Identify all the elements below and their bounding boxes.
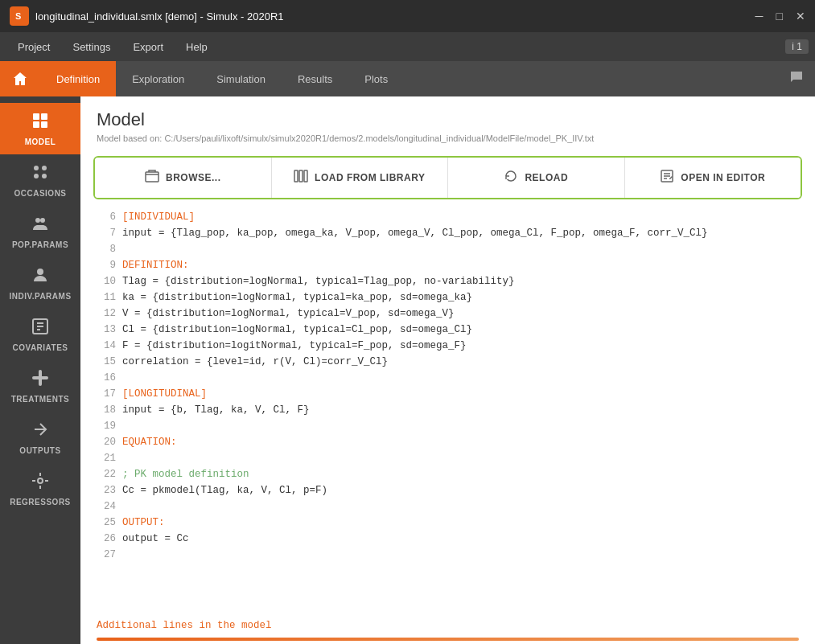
outputs-icon [31,420,50,443]
library-icon [294,169,308,187]
tab-definition[interactable]: Definition [40,61,116,96]
menubar: Project Settings Export Help i 1 [0,32,815,61]
code-line: 18 input = {b, Tlag, ka, V, Cl, F} [97,402,799,418]
code-editor[interactable]: 6 [INDIVIDUAL] 7 input = {Tlag_pop, ka_p… [80,209,815,613]
code-line: 8 [97,241,799,257]
svg-point-7 [42,166,47,170]
reload-label: RELOAD [525,172,568,183]
indivparams-icon [31,265,50,289]
tab-simulation[interactable]: Simulation [200,61,282,96]
editor-icon [660,169,674,187]
sidebar-item-outputs-label: OUTPUTS [19,446,60,455]
svg-rect-4 [33,121,39,128]
browse-label: BROWSE... [166,172,221,183]
sidebar-item-treatments[interactable]: TREATMENTS [0,360,80,412]
open-editor-label: OPEN IN EDITOR [681,172,765,183]
menu-help[interactable]: Help [175,36,219,58]
additional-lines-link[interactable]: Additional lines in the model [80,613,815,638]
model-path: Model based on: C:/Users/pauli/lixoft/si… [97,133,799,143]
main-layout: MODEL OCCASIONS POP.PARAMS INDIV.PARAMS … [0,96,815,644]
code-line: 27 [97,547,799,563]
occasions-icon [31,162,50,186]
content-area: Model Model based on: C:/Users/pauli/lix… [80,96,815,644]
svg-point-8 [34,174,39,178]
code-line: 21 [97,450,799,466]
svg-point-10 [35,218,40,223]
bottom-accent-line [97,638,799,641]
svg-rect-21 [294,170,298,182]
sidebar-item-covariates[interactable]: COVARIATES [0,309,80,360]
popparams-icon [31,214,50,237]
code-line: 7 input = {Tlag_pop, ka_pop, omega_ka, V… [97,225,799,241]
code-line: 19 [97,418,799,434]
code-line: 17 [LONGITUDINAL] [97,386,799,402]
svg-rect-23 [304,170,307,182]
close-button[interactable]: ✕ [796,10,805,23]
action-bar: BROWSE... LOAD FROM LIBRARY RELOAD OPEN … [93,156,802,199]
svg-rect-5 [41,121,47,128]
code-line: 13 Cl = {distribution=logNormal, typical… [97,322,799,338]
svg-rect-3 [41,113,47,120]
code-line: 9 DEFINITION: [97,257,799,273]
sidebar-item-indivparams-label: INDIV.PARAMS [9,292,71,301]
browse-icon [145,169,159,187]
menu-settings[interactable]: Settings [61,36,121,58]
sidebar-item-treatments-label: TREATMENTS [11,395,70,404]
covariates-icon [31,317,50,340]
maximize-button[interactable]: □ [776,10,783,23]
sidebar-item-regressors-label: REGRESSORS [10,498,71,507]
sidebar-item-popparams[interactable]: POP.PARAMS [0,206,80,257]
home-button[interactable] [0,61,40,96]
open-editor-button[interactable]: OPEN IN EDITOR [625,158,801,198]
svg-rect-2 [33,113,39,120]
browse-button[interactable]: BROWSE... [95,158,272,198]
sidebar-item-indivparams[interactable]: INDIV.PARAMS [0,257,80,309]
code-line: 14 F = {distribution=logitNormal, typica… [97,338,799,354]
model-icon [31,111,50,134]
menu-export[interactable]: Export [121,36,175,58]
svg-rect-22 [299,170,303,182]
sidebar-item-occasions[interactable]: OCCASIONS [0,154,80,206]
svg-point-9 [42,174,47,178]
code-line: 10 Tlag = {distribution=logNormal, typic… [97,273,799,289]
sidebar-item-popparams-label: POP.PARAMS [12,240,68,249]
sidebar-item-outputs[interactable]: OUTPUTS [0,412,80,463]
sidebar-item-occasions-label: OCCASIONS [14,189,66,198]
sidebar-item-regressors[interactable]: REGRESSORS [0,463,80,515]
code-line: 24 [97,498,799,515]
tab-exploration[interactable]: Exploration [116,61,200,96]
tab-results[interactable]: Results [282,61,348,96]
window-controls: ─ □ ✕ [755,10,805,23]
reload-button[interactable]: RELOAD [448,158,625,198]
regressors-icon [31,471,50,494]
treatments-icon [31,368,50,392]
code-line: 15 correlation = {level=id, r(V, Cl)=cor… [97,354,799,370]
code-line: 20 EQUATION: [97,434,799,450]
app-logo: S [10,6,29,26]
sidebar-item-model-label: MODEL [25,137,56,146]
load-library-button[interactable]: LOAD FROM LIBRARY [272,158,449,198]
reload-icon [504,169,518,187]
chat-icon[interactable] [788,68,805,90]
minimize-button[interactable]: ─ [755,10,764,23]
menu-project[interactable]: Project [6,36,61,58]
sidebar-item-model[interactable]: MODEL [0,103,80,154]
code-line: 16 [97,370,799,386]
page-title: Model [97,109,799,130]
info-badge: i 1 [785,39,809,54]
svg-point-6 [34,166,39,170]
svg-point-19 [38,478,43,483]
code-line: 12 V = {distribution=logNormal, typical=… [97,306,799,322]
content-header: Model Model based on: C:/Users/pauli/lix… [80,96,815,146]
sidebar: MODEL OCCASIONS POP.PARAMS INDIV.PARAMS … [0,96,80,644]
code-line: 25 OUTPUT: [97,515,799,531]
svg-point-11 [40,218,45,223]
code-line: 11 ka = {distribution=logNormal, typical… [97,289,799,306]
code-line: 22 ; PK model definition [97,466,799,482]
sidebar-item-covariates-label: COVARIATES [12,343,68,352]
svg-rect-18 [32,376,48,379]
tab-plots[interactable]: Plots [348,61,404,96]
window-title: longitudinal_individual.smlx [demo] - Si… [35,10,749,23]
svg-point-12 [37,269,43,275]
svg-text:S: S [15,11,21,21]
